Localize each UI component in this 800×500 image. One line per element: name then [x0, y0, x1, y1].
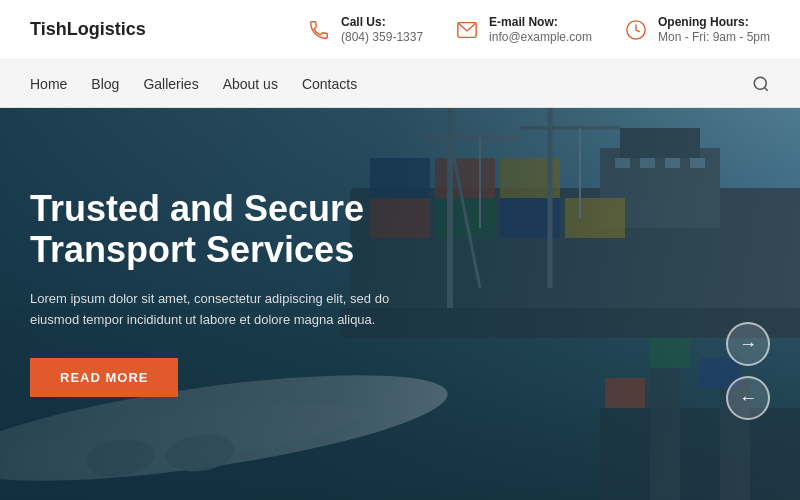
- phone-icon: [305, 16, 333, 44]
- svg-point-2: [754, 77, 766, 89]
- logo: TishLogistics: [30, 19, 146, 40]
- hero-content: Trusted and Secure Transport Services Lo…: [30, 188, 480, 397]
- read-more-button[interactable]: READ MORE: [30, 358, 178, 397]
- svg-line-3: [764, 87, 767, 90]
- nav-item-blog[interactable]: Blog: [91, 75, 119, 93]
- contact-email-text: E-mail Now: info@example.com: [489, 15, 592, 44]
- nav-item-home[interactable]: Home: [30, 75, 67, 93]
- nav-link-blog[interactable]: Blog: [91, 76, 119, 92]
- top-bar: TishLogistics Call Us: (804) 359-1337 E-…: [0, 0, 800, 60]
- hours-label: Opening Hours:: [658, 15, 770, 29]
- nav-link-galleries[interactable]: Galleries: [143, 76, 198, 92]
- nav-item-about[interactable]: About us: [223, 75, 278, 93]
- email-label: E-mail Now:: [489, 15, 592, 29]
- search-button[interactable]: [752, 75, 770, 93]
- hours-value: Mon - Fri: 9am - 5pm: [658, 30, 770, 44]
- email-value: info@example.com: [489, 30, 592, 44]
- contact-items: Call Us: (804) 359-1337 E-mail Now: info…: [305, 15, 770, 44]
- search-icon: [752, 75, 770, 93]
- hero-description: Lorem ipsum dolor sit amet, consectetur …: [30, 289, 410, 331]
- hero-next-arrow[interactable]: →: [726, 322, 770, 366]
- nav-item-contacts[interactable]: Contacts: [302, 75, 357, 93]
- nav-link-contacts[interactable]: Contacts: [302, 76, 357, 92]
- hero-title: Trusted and Secure Transport Services: [30, 188, 480, 271]
- contact-hours: Opening Hours: Mon - Fri: 9am - 5pm: [622, 15, 770, 44]
- contact-email: E-mail Now: info@example.com: [453, 15, 592, 44]
- email-icon: [453, 16, 481, 44]
- contact-call-text: Call Us: (804) 359-1337: [341, 15, 423, 44]
- contact-hours-text: Opening Hours: Mon - Fri: 9am - 5pm: [658, 15, 770, 44]
- nav-link-home[interactable]: Home: [30, 76, 67, 92]
- call-label: Call Us:: [341, 15, 423, 29]
- contact-call: Call Us: (804) 359-1337: [305, 15, 423, 44]
- hero-nav-arrows: → ←: [726, 322, 770, 420]
- hero-section: Trusted and Secure Transport Services Lo…: [0, 108, 800, 500]
- nav-item-galleries[interactable]: Galleries: [143, 75, 198, 93]
- navbar: Home Blog Galleries About us Contacts: [0, 60, 800, 108]
- nav-link-about[interactable]: About us: [223, 76, 278, 92]
- call-value: (804) 359-1337: [341, 30, 423, 44]
- clock-icon: [622, 16, 650, 44]
- hero-prev-arrow[interactable]: ←: [726, 376, 770, 420]
- nav-links: Home Blog Galleries About us Contacts: [30, 75, 357, 93]
